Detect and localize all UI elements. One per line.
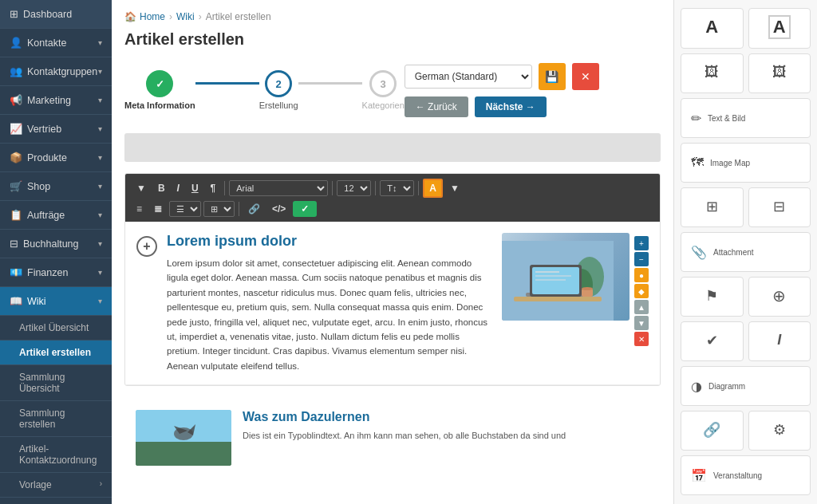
- table2-icon: ⊟: [773, 198, 785, 215]
- step-line-2: [298, 82, 362, 85]
- panel-item-image-basic[interactable]: 🖼: [681, 53, 744, 93]
- toolbar-row-1: ▼ B I U ¶ Arial Times New Roman 12 14 16: [132, 179, 653, 198]
- side-btn-diamond[interactable]: ◆: [634, 284, 649, 298]
- image-map-icon: 🗺: [691, 156, 704, 170]
- toolbar-bold-btn[interactable]: B: [153, 180, 170, 196]
- sidebar-item-produkte[interactable]: 📦Produkte ▾: [0, 144, 112, 172]
- panel-item-attachment[interactable]: 📎 Attachment: [681, 232, 811, 272]
- panel-item-flag[interactable]: ⚑: [681, 277, 744, 317]
- toolbar-ul-btn[interactable]: ≡: [132, 201, 147, 217]
- content-text-1: Lorem ipsum dolor Lorem ipsum dolor sit …: [167, 233, 491, 373]
- side-btn-minus[interactable]: −: [634, 252, 649, 266]
- sidebar-item-shop[interactable]: 🛒Shop ▾: [0, 172, 112, 201]
- sidebar-sub-item-kategorien[interactable]: Kategorien: [0, 498, 112, 504]
- panel-item-table1[interactable]: ⊞: [681, 187, 744, 227]
- panel-item-diagramm[interactable]: ◑ Diagramm: [681, 366, 811, 406]
- panel-item-link[interactable]: 🔗: [681, 411, 744, 451]
- toolbar-highlight-btn[interactable]: A: [423, 179, 443, 198]
- toolbar-paragraph-btn[interactable]: ¶: [206, 180, 221, 196]
- sidebar-sub-item-sammlung-erstellen[interactable]: Sammlung erstellen: [0, 401, 112, 437]
- side-btn-up[interactable]: ▲: [634, 300, 649, 314]
- kontakte-icon: 👤: [10, 37, 22, 49]
- sidebar: ⊞Dashboard 👤Kontakte ▾ 👥Kontaktgruppen ▾…: [0, 0, 112, 504]
- marketing-icon: 📢: [10, 94, 22, 106]
- back-button[interactable]: ← Zurück: [405, 96, 468, 117]
- toolbar-dropdown-btn[interactable]: ▼: [132, 180, 151, 196]
- side-btn-dot[interactable]: ●: [634, 268, 649, 282]
- panel-item-text-normal[interactable]: A: [681, 8, 744, 49]
- font-family-select[interactable]: Arial Times New Roman: [229, 180, 328, 196]
- sidebar-item-marketing[interactable]: 📢Marketing ▾: [0, 86, 112, 115]
- wiki-icon: 📖: [10, 295, 22, 307]
- step-erstellung[interactable]: 2 Erstellung: [259, 70, 298, 110]
- side-btn-close[interactable]: ✕: [634, 332, 649, 346]
- toolbar-ol-btn[interactable]: ≣: [149, 201, 167, 217]
- toolbar-sep-4: [418, 181, 419, 195]
- next-button[interactable]: Nächste →: [475, 96, 547, 117]
- sidebar-sub-item-sammlung-uebersicht[interactable]: Sammlung Übersicht: [0, 365, 112, 401]
- step-kategorien[interactable]: 3 Kategorien: [362, 70, 405, 110]
- image-map-label: Image Map: [710, 159, 750, 167]
- panel-item-check[interactable]: ✔: [681, 321, 744, 361]
- save-button[interactable]: 💾: [539, 63, 566, 90]
- panel-item-image-styled[interactable]: 🖼: [748, 53, 811, 93]
- sidebar-sub-item-vorlage[interactable]: Vorlage ›: [0, 473, 112, 498]
- content-body-2: Dies ist ein Typoblindtext. An ihm kann …: [243, 429, 566, 443]
- chevron-down-icon: ▾: [98, 153, 102, 162]
- breadcrumb-wiki[interactable]: Wiki: [176, 11, 195, 22]
- sidebar-item-vertrieb[interactable]: 📈Vertrieb ▾: [0, 115, 112, 144]
- sidebar-item-dashboard[interactable]: ⊞Dashboard: [0, 0, 112, 29]
- panel-item-veranstaltung[interactable]: 📅 Veranstaltung: [681, 455, 811, 495]
- delete-button[interactable]: ✕: [572, 63, 599, 90]
- steps-container: ✓ Meta Information 2 Erstellung 3 Katego…: [124, 70, 405, 110]
- step-circle-erstellung: 2: [265, 70, 292, 97]
- toolbar-underline-btn[interactable]: U: [187, 180, 203, 196]
- panel-item-table2[interactable]: ⊟: [748, 187, 811, 227]
- sidebar-item-finanzen[interactable]: 💶Finanzen ▾: [0, 258, 112, 287]
- flag-icon: ⚑: [705, 287, 718, 305]
- sidebar-item-buchhaltung[interactable]: ⊟Buchhaltung ▾: [0, 230, 112, 258]
- sidebar-sub-item-artikel-erstellen[interactable]: Artikel erstellen: [0, 341, 112, 365]
- panel-item-cursor[interactable]: I: [748, 321, 811, 361]
- toolbar-code-btn[interactable]: </>: [267, 201, 290, 217]
- attachment-label: Attachment: [713, 248, 754, 257]
- sidebar-item-kontakte[interactable]: 👤Kontakte ▾: [0, 29, 112, 57]
- toolbar-confirm-btn[interactable]: ✓: [293, 201, 317, 217]
- toolbar-italic-btn[interactable]: I: [172, 180, 184, 196]
- font-size-select[interactable]: 12 14 16: [337, 180, 371, 196]
- side-btn-down[interactable]: ▼: [634, 316, 649, 330]
- right-panel: A A 🖼 🖼 ✏ Text & Bild 🗺 Image Map ⊞ ⊟ 📎 …: [673, 0, 817, 504]
- sidebar-item-wiki[interactable]: 📖Wiki ▾: [0, 287, 112, 316]
- text-bild-icon: ✏: [691, 111, 701, 126]
- add-block-button[interactable]: +: [136, 236, 157, 257]
- org-icon: ⊕: [772, 286, 786, 305]
- vertrieb-icon: 📈: [10, 123, 22, 135]
- page-title: Artikel erstellen: [124, 30, 661, 49]
- sidebar-item-auftraege[interactable]: 📋Aufträge ▾: [0, 201, 112, 230]
- toolbar-link-btn[interactable]: 🔗: [243, 201, 265, 217]
- text-format-select[interactable]: T↕: [380, 180, 414, 196]
- language-select[interactable]: German (Standard) English French: [405, 65, 532, 89]
- sidebar-item-kontaktgruppen[interactable]: 👥Kontaktgruppen ▾: [0, 57, 112, 86]
- toolbar-sep-5: [239, 202, 239, 216]
- chevron-down-icon: ▾: [98, 96, 102, 104]
- editor-wrapper: ▼ B I U ¶ Arial Times New Roman 12 14 16: [124, 173, 661, 386]
- produkte-icon: 📦: [10, 152, 22, 163]
- sidebar-sub-item-artikel-kontaktzuordnung[interactable]: Artikel-Kontaktzuordnung: [0, 437, 112, 473]
- panel-item-settings[interactable]: ⚙: [748, 411, 811, 451]
- panel-item-text-styled[interactable]: A: [748, 8, 811, 49]
- panel-item-org[interactable]: ⊕: [748, 277, 811, 317]
- chevron-down-icon: ▾: [98, 67, 102, 76]
- sidebar-sub-item-artikel-uebersicht[interactable]: Artikel Übersicht: [0, 316, 112, 341]
- toolbar-row-2: ≡ ≣ ☰ ⊞ 🔗 </> ✓: [132, 201, 653, 217]
- panel-item-text-bild[interactable]: ✏ Text & Bild: [681, 98, 811, 138]
- toolbar-table-select[interactable]: ⊞: [203, 201, 235, 217]
- toolbar-sep-3: [375, 181, 376, 195]
- toolbar-more-btn[interactable]: ▼: [445, 180, 464, 196]
- side-btn-add[interactable]: +: [634, 236, 649, 250]
- toolbar-align-select[interactable]: ☰: [169, 201, 201, 217]
- veranstaltung-label: Veranstaltung: [713, 471, 762, 480]
- breadcrumb-home[interactable]: Home: [140, 11, 165, 22]
- step-meta[interactable]: ✓ Meta Information: [124, 70, 195, 110]
- panel-item-image-map[interactable]: 🗺 Image Map: [681, 143, 811, 183]
